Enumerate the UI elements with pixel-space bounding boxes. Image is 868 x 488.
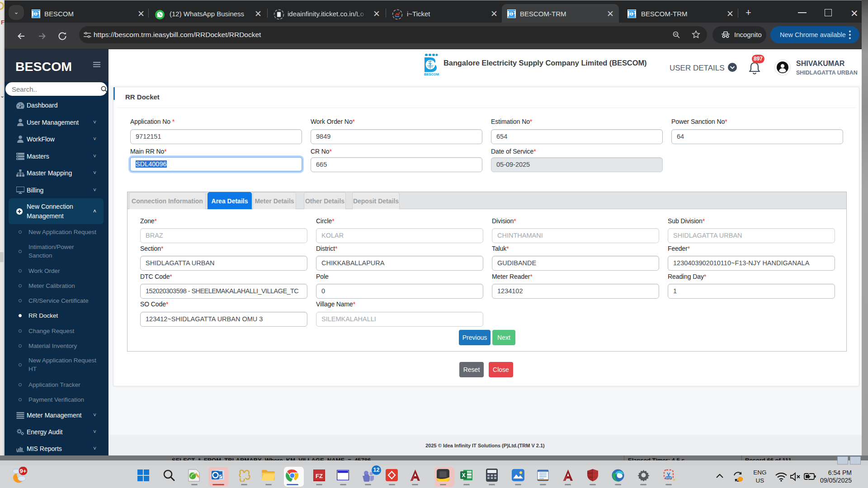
svg-text:9+: 9+ xyxy=(20,468,27,474)
svg-text:BESCOM: BESCOM xyxy=(424,72,439,76)
svg-text:X: X xyxy=(462,472,465,479)
svg-text:FZ: FZ xyxy=(316,473,323,479)
